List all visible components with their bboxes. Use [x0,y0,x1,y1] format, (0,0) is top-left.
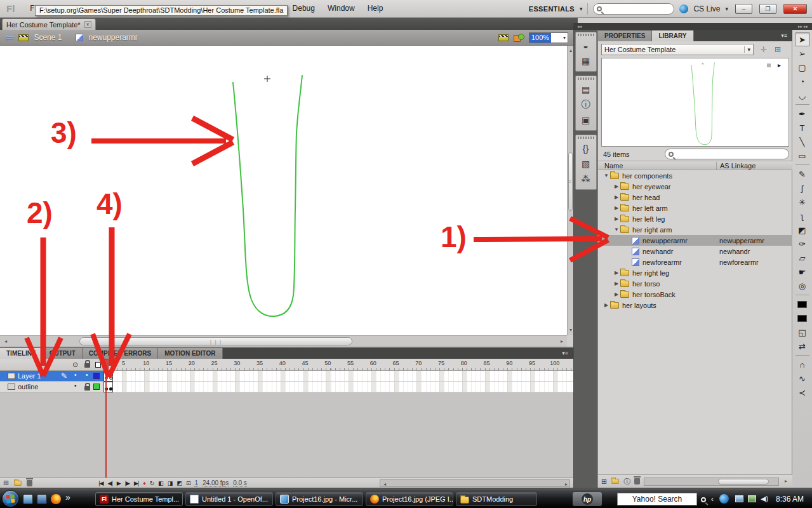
restore-button[interactable]: ❐ [759,4,776,14]
new-folder-button[interactable] [15,481,22,486]
tab-output[interactable]: OUTPUT [43,348,83,359]
tab-properties[interactable]: PROPERTIES [598,30,652,41]
eyedropper-tool[interactable]: ✑ [795,237,810,251]
lasso-tool[interactable]: ◡ [795,88,810,102]
onion-skin-button[interactable]: ◧ [158,480,163,486]
elapsed-time-field[interactable]: 0.0 s [233,479,247,487]
fill-color-swatch[interactable] [795,311,810,325]
scroll-right-icon[interactable]: ▸ [558,337,566,347]
edit-scene-button[interactable] [498,34,509,41]
expand-triangle-icon[interactable]: ▶ [613,216,620,222]
outline-layer-frames[interactable] [103,382,573,392]
expand-triangle-icon[interactable]: ▶ [613,281,620,286]
yahoo-search-box[interactable]: Yahoo! Search [617,493,697,505]
collapse-to-icons-button[interactable]: ◂◂ [577,24,582,29]
delete-layer-button[interactable] [27,480,32,486]
scroll-left-icon[interactable]: ◂ [1,337,10,347]
play-button[interactable]: ▶ [117,480,121,486]
go-to-first-frame-button[interactable]: |◀ [98,480,103,486]
menu-help[interactable]: Help [361,0,390,17]
edit-symbols-button[interactable] [514,34,524,41]
cs-live-arrow-icon[interactable]: ▾ [725,6,728,12]
quick-launch-explorer-icon[interactable] [37,494,47,504]
quick-launch-overflow[interactable]: » [65,492,70,502]
lock-all-layers-icon[interactable] [84,363,90,368]
tab-close-icon[interactable]: ✕ [84,21,91,28]
pencil-tool[interactable]: ✎ [795,167,810,181]
breadcrumb-scene[interactable]: Scene 1 [34,33,62,42]
playhead[interactable] [103,359,109,370]
code-snippets-panel-button[interactable]: {} [578,141,594,156]
layer-visible-dot[interactable]: • [74,382,77,389]
new-folder-button[interactable] [612,479,619,484]
item-properties-button[interactable]: ⓘ [623,478,630,485]
stroke-color-swatch[interactable] [795,297,810,311]
taskbar-button-project16-jpg-micr[interactable]: Project16.jpg - Micr... [276,492,363,506]
straighten-button[interactable]: ≺ [795,385,810,399]
start-button[interactable] [3,491,18,507]
taskbar-button-her-costume-templ[interactable]: FlHer Costume Templ... [95,492,183,506]
menu-debug[interactable]: Debug [286,0,321,17]
vscroll-thumb[interactable]: ≡ [568,152,573,211]
deco-tool[interactable]: ✳ [795,195,810,209]
expand-triangle-icon[interactable]: ▶ [613,205,620,211]
line-tool[interactable]: ╲ [795,135,810,149]
quick-launch-firefox-icon[interactable] [51,494,61,504]
go-to-last-frame-button[interactable]: ▶| [134,480,138,486]
snap-to-objects-button[interactable]: ∩ [795,358,810,371]
app-search-input[interactable] [593,3,674,15]
tab-compiler-errors[interactable]: COMPILER ERRORS [83,348,158,359]
tray-network-icon[interactable] [735,495,743,502]
layer-visible-dot[interactable]: • [74,371,77,378]
tray-update-icon[interactable] [748,495,756,502]
zoom-tool[interactable]: ◎ [795,279,810,293]
taskbar-search-icon[interactable] [701,497,706,502]
frame-rate-field[interactable]: 24.00 fps [203,479,229,487]
new-symbol-button[interactable]: ⊞ [601,478,607,485]
text-tool[interactable]: T [795,121,810,135]
zoom-level-field[interactable]: 100% ▾ [529,32,568,43]
keyframe-2[interactable] [109,387,112,391]
rectangle-tool[interactable]: ▭ [795,149,810,163]
show-hide-all-layers-icon[interactable]: ⊙ [72,361,78,369]
loop-button[interactable]: ↻ [150,480,154,486]
current-frame-field[interactable]: 1 [194,479,198,487]
color-panel-button[interactable]: ◒ [578,38,594,53]
layer-locked-icon[interactable] [84,386,90,391]
smooth-button[interactable]: ∿ [795,371,810,385]
layer-1-frames[interactable] [103,371,573,382]
tab-library[interactable]: LIBRARY [652,30,693,41]
hscroll-thumb[interactable] [718,479,769,485]
onion-skin-outlines-button[interactable]: ◨ [168,480,173,486]
expand-triangle-icon[interactable]: ▶ [613,194,620,200]
eraser-tool[interactable]: ▱ [795,251,810,265]
taskbar-button-sdtmodding[interactable]: SDTModding [456,492,537,506]
library-column-headers[interactable]: Name AS Linkage [598,161,792,170]
quick-launch-desktop-icon[interactable] [23,494,33,504]
collapse-triangle-icon[interactable]: ▼ [603,173,609,178]
paint-bucket-tool[interactable]: ◩ [795,223,810,237]
subselection-tool[interactable]: ➢ [795,46,810,60]
timeline-horizontal-scrollbar[interactable]: ◂ ▸ [380,479,570,487]
delete-item-button[interactable] [634,478,640,485]
minimize-button[interactable]: – [735,4,752,14]
bone-tool[interactable]: ʅ [795,209,810,223]
hand-tool[interactable]: ☛ [795,265,810,279]
transform-panel-button[interactable]: ▣ [578,112,594,128]
tree-row-her-components[interactable]: ▼her components [598,170,792,181]
taskbar-button-project16-jpg-jpeg-i[interactable]: Project16.jpg (JPEG I... [366,492,453,506]
expand-triangle-icon[interactable]: ▶ [613,184,620,189]
column-header-as-linkage[interactable]: AS Linkage [716,162,755,170]
tree-row-newupperarmr[interactable]: newupperarmrnewupperarmr [598,235,792,246]
tab-motion-editor[interactable]: MOTION EDITOR [158,348,222,359]
taskbar-clock[interactable]: 8:36 AM [776,495,804,504]
expand-triangle-icon[interactable]: ▶ [603,302,609,308]
brush-tool[interactable]: ʃ [795,181,810,195]
hscroll-thumb[interactable]: ❘❘❘ [79,337,352,345]
layer-color-swatch[interactable] [93,384,100,390]
library-document-select[interactable]: Her Costume Template ▾ [601,44,754,55]
info-panel-button[interactable]: ⓘ [578,97,594,112]
layer-color-swatch[interactable] [93,373,100,379]
swatches-panel-button[interactable]: ▦ [578,53,594,69]
outline-layer-name-cell[interactable]: outline • [0,382,103,392]
